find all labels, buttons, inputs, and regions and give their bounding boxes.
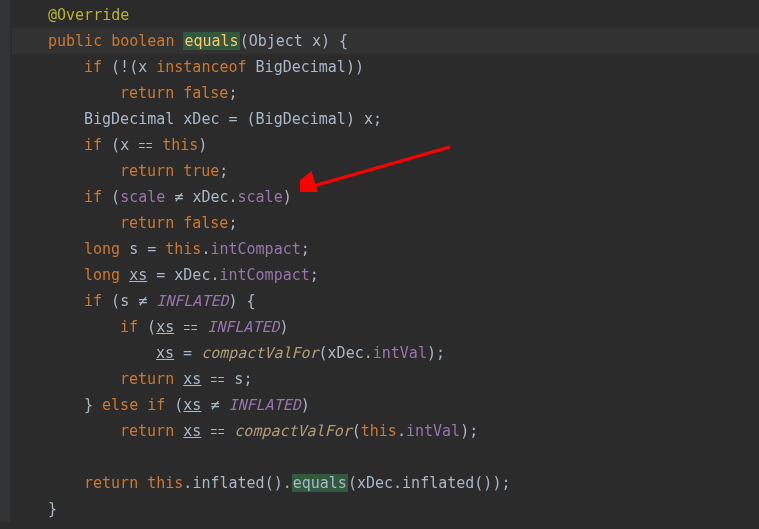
method-usage-highlight: equals bbox=[292, 474, 348, 492]
code-line: return xs ⩵ s; bbox=[12, 366, 759, 392]
code-line: return false; bbox=[12, 210, 759, 236]
code-line: xs = compactValFor(xDec.intVal); bbox=[12, 340, 759, 366]
code-line: if (xs ⩵ INFLATED) bbox=[12, 314, 759, 340]
code-line: @Override bbox=[12, 2, 759, 28]
code-line: if (s ≠ INFLATED) { bbox=[12, 288, 759, 314]
editor-gutter bbox=[0, 0, 10, 522]
code-line bbox=[12, 444, 759, 470]
code-line: public boolean equals(Object x) { bbox=[12, 28, 759, 54]
code-line: long xs = xDec.intCompact; bbox=[12, 262, 759, 288]
code-line: BigDecimal xDec = (BigDecimal) x; bbox=[12, 106, 759, 132]
code-line: return this.inflated().equals(xDec.infla… bbox=[12, 470, 759, 496]
code-line: long s = this.intCompact; bbox=[12, 236, 759, 262]
code-line: if (!(x instanceof BigDecimal)) bbox=[12, 54, 759, 80]
code-line: return true; bbox=[12, 158, 759, 184]
code-line: if (scale ≠ xDec.scale) bbox=[12, 184, 759, 210]
code-line: return xs ⩵ compactValFor(this.intVal); bbox=[12, 418, 759, 444]
annotation: @Override bbox=[48, 6, 129, 24]
code-line: if (x ⩵ this) bbox=[12, 132, 759, 158]
code-line: return false; bbox=[12, 80, 759, 106]
method-declaration: equals bbox=[183, 32, 239, 50]
code-line: } else if (xs ≠ INFLATED) bbox=[12, 392, 759, 418]
code-line: } bbox=[12, 496, 759, 522]
code-editor[interactable]: @Override public boolean equals(Object x… bbox=[0, 0, 759, 522]
